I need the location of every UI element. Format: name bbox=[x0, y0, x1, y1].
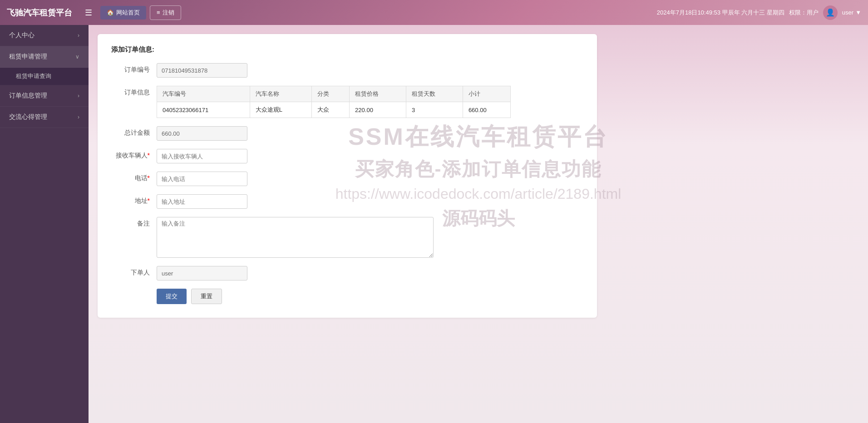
chevron-right-icon-3: › bbox=[78, 114, 79, 120]
sidebar-item-rental-apply-query[interactable]: 租赁申请查询 bbox=[0, 68, 89, 85]
col-car-no: 汽车编号 bbox=[157, 86, 250, 102]
order-table-wrapper: 汽车编号 汽车名称 分类 租赁价格 租赁天数 小计 04 bbox=[157, 86, 511, 118]
main-content-wrapper: SSM在线汽车租赁平台 买家角色-添加订单信息功能 https://www.ic… bbox=[98, 34, 859, 318]
sidebar: 个人中心 › 租赁申请管理 ∨ 租赁申请查询 订单信息管理 › 交流心得管理 › bbox=[0, 25, 89, 423]
logout-icon: ≡ bbox=[157, 9, 160, 16]
header-right: 2024年7月18日10:49:53 甲辰年 六月十三 星期四 权限：用户 👤 … bbox=[657, 5, 861, 20]
remark-textarea[interactable] bbox=[157, 217, 434, 258]
receiver-input[interactable] bbox=[157, 149, 247, 163]
phone-input[interactable] bbox=[157, 172, 247, 186]
submit-button[interactable]: 提交 bbox=[157, 289, 187, 304]
username-display[interactable]: user ▼ bbox=[842, 9, 861, 16]
orderer-input[interactable] bbox=[157, 266, 247, 280]
order-info-row: 订单信息 汽车编号 汽车名称 分类 租赁价格 租赁天数 小计 bbox=[111, 86, 583, 118]
sidebar-item-personal-center[interactable]: 个人中心 › bbox=[0, 25, 89, 46]
logo: 飞驰汽车租赁平台 bbox=[7, 7, 72, 18]
sidebar-item-rental-apply[interactable]: 租赁申请管理 ∨ bbox=[0, 46, 89, 68]
order-info-label: 订单信息 bbox=[111, 86, 157, 97]
remark-row: 备注 bbox=[111, 217, 583, 258]
logout-button[interactable]: ≡ 注销 bbox=[150, 5, 181, 20]
main-content: SSM在线汽车租赁平台 买家角色-添加订单信息功能 https://www.ic… bbox=[89, 25, 868, 423]
sidebar-sub-rental-apply: 租赁申请查询 bbox=[0, 68, 89, 85]
phone-label: 电话* bbox=[111, 172, 157, 182]
total-amount-row: 总计金额 bbox=[111, 126, 583, 141]
form-card: 添加订单信息: 订单编号 订单信息 汽车编号 汽车名称 bbox=[98, 34, 597, 318]
avatar: 👤 bbox=[823, 5, 838, 20]
sidebar-item-exchange-manage[interactable]: 交流心得管理 › bbox=[0, 107, 89, 128]
cell-subtotal: 660.00 bbox=[463, 102, 510, 118]
col-days: 租赁天数 bbox=[406, 86, 463, 102]
cell-car-name: 大众途观L bbox=[250, 102, 312, 118]
address-input[interactable] bbox=[157, 194, 247, 209]
chevron-down-icon: ∨ bbox=[75, 54, 79, 60]
table-row: 04052323066171 大众途观L 大众 220.00 3 660.00 bbox=[157, 102, 511, 118]
chevron-right-icon: › bbox=[78, 32, 79, 39]
cell-price: 220.00 bbox=[350, 102, 406, 118]
orderer-label: 下单人 bbox=[111, 266, 157, 277]
total-amount-label: 总计金额 bbox=[111, 126, 157, 137]
receiver-label: 接收车辆人* bbox=[111, 149, 157, 160]
layout: 个人中心 › 租赁申请管理 ∨ 租赁申请查询 订单信息管理 › 交流心得管理 ›… bbox=[0, 25, 868, 423]
reset-button[interactable]: 重置 bbox=[191, 289, 222, 304]
home-button[interactable]: 🏠 网站首页 bbox=[100, 6, 146, 20]
order-no-label: 订单编号 bbox=[111, 63, 157, 74]
address-row: 地址* bbox=[111, 194, 583, 209]
col-price: 租赁价格 bbox=[350, 86, 406, 102]
remark-label: 备注 bbox=[111, 217, 157, 228]
datetime-text: 2024年7月18日10:49:53 甲辰年 六月十三 星期四 bbox=[657, 9, 784, 17]
header: 飞驰汽车租赁平台 ☰ 🏠 网站首页 ≡ 注销 2024年7月18日10:49:5… bbox=[0, 0, 868, 25]
cell-days: 3 bbox=[406, 102, 463, 118]
cell-category: 大众 bbox=[312, 102, 350, 118]
order-no-row: 订单编号 bbox=[111, 63, 583, 78]
receiver-row: 接收车辆人* bbox=[111, 149, 583, 163]
phone-row: 电话* bbox=[111, 172, 583, 186]
col-car-name: 汽车名称 bbox=[250, 86, 312, 102]
chevron-right-icon-2: › bbox=[78, 93, 79, 99]
order-table: 汽车编号 汽车名称 分类 租赁价格 租赁天数 小计 04 bbox=[157, 86, 511, 118]
order-no-input[interactable] bbox=[157, 63, 247, 78]
permission-text: 权限：用户 bbox=[789, 9, 819, 17]
orderer-row: 下单人 bbox=[111, 266, 583, 280]
sidebar-item-order-manage[interactable]: 订单信息管理 › bbox=[0, 85, 89, 107]
header-nav: 🏠 网站首页 ≡ 注销 bbox=[100, 5, 181, 20]
home-icon: 🏠 bbox=[107, 9, 114, 16]
col-category: 分类 bbox=[312, 86, 350, 102]
button-group: 提交 重置 bbox=[157, 289, 583, 304]
address-label: 地址* bbox=[111, 194, 157, 205]
total-amount-input[interactable] bbox=[157, 126, 247, 141]
col-subtotal: 小计 bbox=[463, 86, 510, 102]
cell-car-no: 04052323066171 bbox=[157, 102, 250, 118]
menu-toggle-button[interactable]: ☰ bbox=[81, 5, 96, 20]
chevron-down-icon: ▼ bbox=[855, 9, 861, 16]
form-title: 添加订单信息: bbox=[111, 45, 583, 54]
